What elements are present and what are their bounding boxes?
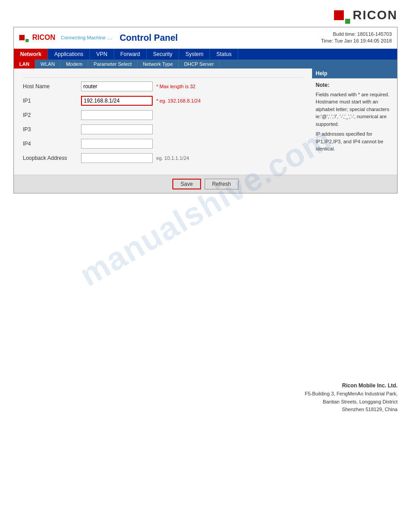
nav-security[interactable]: Security: [147, 49, 179, 60]
subnav-dhcp-server[interactable]: DHCP Server: [179, 60, 219, 69]
field-ip3-row: IP3: [23, 124, 303, 134]
save-button[interactable]: Save: [172, 179, 201, 189]
subnav-lan[interactable]: LAN: [14, 60, 35, 69]
build-time: Build time: 180116-145703: [321, 31, 392, 38]
logo-green-square: [345, 19, 350, 24]
help-content: Note: Fields marked with * are required.…: [312, 81, 397, 156]
help-note-title: Note:: [316, 82, 330, 88]
logo-icon: [334, 10, 350, 20]
nav-network[interactable]: Network: [14, 49, 48, 60]
panel-logo-icon: [19, 35, 29, 40]
help-ip-note: IP addresses specified for IP1,IP2,IP3, …: [316, 130, 394, 153]
loopback-input[interactable]: [81, 153, 153, 163]
nav-status[interactable]: Status: [210, 49, 238, 60]
time-display: Time: Tue Jan 16 19:44:05 2018: [321, 38, 392, 44]
footer-company: Ricon Mobile Inc. Ltd.: [305, 382, 398, 390]
panel-header-left: RICON Connecting Machine .... Control Pa…: [19, 33, 178, 43]
logo-red-square: [334, 10, 344, 20]
help-section: Help Note: Fields marked with * are requ…: [312, 69, 397, 175]
footer-address: Ricon Mobile Inc. Ltd. F5-Building 3, Fe…: [305, 382, 398, 414]
panel-header: RICON Connecting Machine .... Control Pa…: [14, 27, 397, 49]
subnav-network-type[interactable]: Network Type: [137, 60, 179, 69]
ip2-input[interactable]: [81, 110, 153, 120]
subnav-wlan[interactable]: WLAN: [35, 60, 61, 69]
field-ip1-row: IP1 * eg. 192.168.8.1/24: [23, 96, 303, 106]
top-logo-area: RICON: [0, 0, 411, 27]
ip4-input[interactable]: [81, 139, 153, 149]
refresh-button[interactable]: Refresh: [205, 179, 239, 189]
bottom-footer: Ricon Mobile Inc. Ltd. F5-Building 3, Fe…: [0, 373, 411, 423]
help-header: Help: [312, 69, 397, 78]
ip1-input[interactable]: [81, 96, 153, 106]
ip2-label: IP2: [23, 112, 81, 118]
subnav-parameter-select[interactable]: Parameter Select: [88, 60, 137, 69]
field-hostname-row: Host Name * Max length is 32: [23, 82, 303, 91]
ip1-label: IP1: [23, 98, 81, 104]
field-loopback-row: Loopback Address eg. 10.1.1.1/24: [23, 153, 303, 163]
field-ip2-row: IP2: [23, 110, 303, 120]
ip4-label: IP4: [23, 141, 81, 147]
footer-address-line1: F5-Building 3, FengMenAo Industrial Park…: [305, 390, 398, 398]
form-section: Host Name * Max length is 32 IP1 * eg. 1…: [14, 69, 312, 175]
loopback-hint: eg. 10.1.1.1/24: [156, 155, 189, 161]
subnav-modem[interactable]: Modem: [60, 60, 88, 69]
panel-logo-red: [19, 35, 25, 40]
ip1-hint: * eg. 192.168.8.1/24: [156, 98, 201, 103]
panel-brand-text: RICON: [32, 34, 56, 42]
footer-address-line3: Shenzhen 518129, China: [305, 406, 398, 414]
panel-connecting-text: Connecting Machine ....: [61, 35, 113, 40]
footer-bar: Save Refresh: [14, 175, 397, 193]
hostname-hint: * Max length is 32: [156, 84, 195, 89]
ricon-logo: RICON: [334, 8, 398, 22]
control-panel: RICON Connecting Machine .... Control Pa…: [13, 27, 398, 193]
footer-address-line2: Bantian Streets, Longgang District: [305, 398, 398, 406]
ricon-brand-text: RICON: [353, 8, 398, 22]
field-ip4-row: IP4: [23, 139, 303, 149]
hostname-label: Host Name: [23, 83, 81, 90]
sub-navigation: LAN WLAN Modem Parameter Select Network …: [14, 60, 397, 69]
content-area: Host Name * Max length is 32 IP1 * eg. 1…: [14, 69, 397, 175]
ip3-input[interactable]: [81, 124, 153, 134]
nav-applications[interactable]: Applications: [48, 49, 90, 60]
nav-vpn[interactable]: VPN: [90, 49, 114, 60]
hostname-input[interactable]: [81, 82, 153, 91]
panel-logo-green: [26, 39, 29, 42]
top-divider: [23, 77, 303, 78]
nav-forward[interactable]: Forward: [114, 49, 147, 60]
main-navigation: Network Applications VPN Forward Securit…: [14, 49, 397, 60]
loopback-label: Loopback Address: [23, 155, 81, 161]
build-info: Build time: 180116-145703 Time: Tue Jan …: [321, 31, 392, 45]
panel-title: Control Panel: [120, 33, 178, 43]
help-note-text: Fields marked with * are required. Hostn…: [316, 91, 394, 128]
ip3-label: IP3: [23, 126, 81, 133]
nav-system[interactable]: System: [179, 49, 210, 60]
